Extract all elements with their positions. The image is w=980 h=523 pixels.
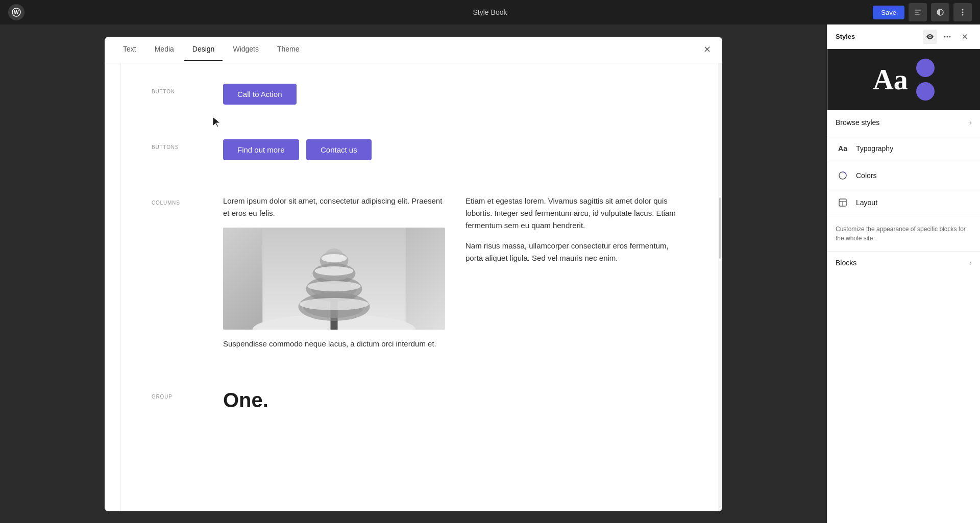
col-image [223,228,445,330]
main-layout: Text Media Design Widgets Theme ✕ [0,24,980,523]
svg-point-27 [947,36,948,37]
menu-item-typography[interactable]: Aa Typography [827,135,980,162]
svg-point-22 [308,281,361,291]
column-right: Etiam et egestas lorem. Vivamus sagittis… [465,195,688,358]
buttons-section: BUTTONS Find out more Contact us [152,139,688,164]
svg-rect-3 [915,12,919,13]
cta-button[interactable]: Call to Action [223,84,297,105]
layout-icon [836,195,850,210]
find-out-more-button[interactable]: Find out more [223,139,299,160]
col-right-text2: Nam risus massa, ullamcorper consectetur… [465,240,688,264]
buttons-section-content: Find out more Contact us [223,139,688,164]
save-button[interactable]: Save [873,6,904,19]
tab-media[interactable]: Media [146,38,182,61]
page-title: Style Book [473,8,507,16]
svg-point-23 [315,266,354,276]
svg-point-6 [962,9,964,11]
colors-label: Colors [856,171,972,180]
more-options-button[interactable] [953,3,972,21]
col-right-text1: Etiam et egestas lorem. Vivamus sagittis… [465,195,688,232]
svg-point-7 [962,12,964,13]
style-preview: Aa [827,49,980,110]
svg-point-26 [944,36,946,37]
browse-styles-chevron: › [969,118,972,127]
buttons-section-label: BUTTONS [152,139,203,164]
browse-styles-row[interactable]: Browse styles › [827,110,980,135]
button-section-content: Call to Action [223,84,688,109]
button-section: BUTTON Call to Action [152,84,688,109]
menu-item-layout[interactable]: Layout [827,189,980,216]
typography-label: Typography [856,144,972,153]
sidebar-toggle-button[interactable] [909,3,927,21]
style-book-area: Text Media Design Widgets Theme ✕ [0,24,827,523]
top-bar-actions: Save [873,3,972,21]
blocks-row[interactable]: Blocks › [827,251,980,274]
button-section-label: BUTTON [152,84,203,109]
style-dot-2 [916,82,935,101]
styles-panel-header: Styles ✕ [827,24,980,49]
style-aa-text: Aa [873,63,908,96]
style-dot-1 [916,59,935,77]
tab-design[interactable]: Design [184,38,223,61]
svg-point-21 [300,298,369,310]
cursor-indicator [212,116,222,128]
layout-label: Layout [856,198,972,207]
close-button[interactable]: ✕ [700,42,714,57]
menu-item-colors[interactable]: Colors [827,162,980,189]
svg-text:W: W [14,10,19,15]
dark-mode-button[interactable] [931,3,949,21]
column-left: Lorem ipsum dolor sit amet, consectetur … [223,195,445,358]
scrollbar-thumb[interactable] [719,197,721,259]
columns-layout: Lorem ipsum dolor sit amet, consectetur … [223,195,688,358]
tab-widgets[interactable]: Widgets [225,38,267,61]
svg-point-24 [322,254,347,262]
blocks-label: Blocks [836,259,856,267]
svg-point-28 [949,36,951,37]
blocks-chevron: › [969,259,972,267]
col-left-text2: Suspendisse commodo neque lacus, a dictu… [223,338,445,350]
styles-close-button[interactable]: ✕ [958,30,972,44]
styles-panel-title: Styles [836,33,855,40]
columns-section: COLUMNS Lorem ipsum dolor sit amet, cons… [152,195,688,358]
group-text: One. [223,389,688,412]
group-section-content: One. [223,389,688,412]
columns-section-label: COLUMNS [152,195,203,358]
main-content: BUTTON Call to Action BUTTONS Find out m… [121,63,718,511]
wp-logo[interactable]: W [8,4,24,20]
svg-point-8 [962,14,964,16]
customize-description: Customize the appearance of specific blo… [827,216,980,251]
styles-header-actions: ✕ [923,30,972,44]
tab-theme[interactable]: Theme [269,38,308,61]
group-section: GROUP One. [152,389,688,412]
typography-icon: Aa [836,141,850,156]
contact-us-button[interactable]: Contact us [306,139,372,160]
col-left-text1: Lorem ipsum dolor sit amet, consectetur … [223,195,445,219]
svg-rect-4 [915,14,920,15]
tab-text[interactable]: Text [115,38,144,61]
style-color-dots [916,59,935,101]
browse-styles-label: Browse styles [836,118,879,127]
group-section-label: GROUP [152,389,203,412]
tab-bar: Text Media Design Widgets Theme ✕ [105,37,722,63]
styles-eye-button[interactable] [923,30,937,44]
left-sidebar [105,63,121,511]
colors-icon [836,168,850,183]
scrollbar[interactable] [718,63,722,511]
columns-section-content: Lorem ipsum dolor sit amet, consectetur … [223,195,688,358]
content-area: BUTTON Call to Action BUTTONS Find out m… [105,63,722,511]
inner-window: Text Media Design Widgets Theme ✕ [105,37,722,511]
svg-rect-2 [915,10,921,11]
styles-more-button[interactable] [940,30,954,44]
styles-panel: Styles ✕ Aa Browse styles › [827,24,980,523]
svg-point-25 [929,36,931,37]
top-bar: W Style Book Save [0,0,980,24]
